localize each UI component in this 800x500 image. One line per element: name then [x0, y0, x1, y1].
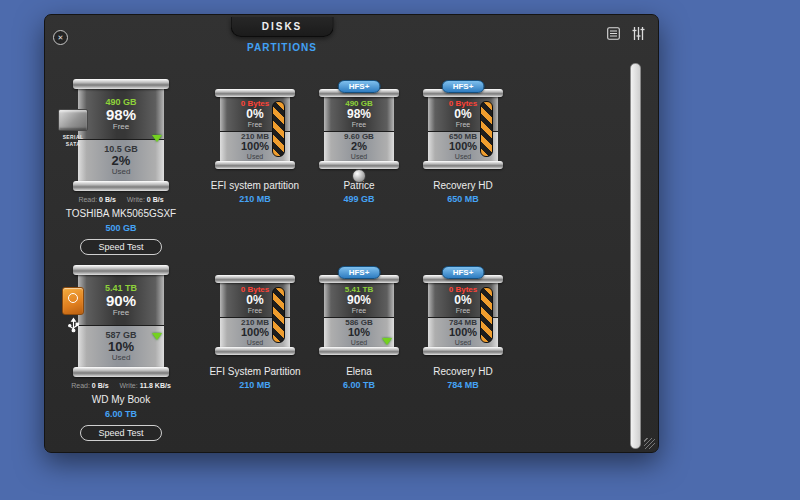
partition-capacity: 6.00 TB	[307, 380, 411, 390]
free-word: Free	[456, 307, 470, 315]
read-value: 0 B/s	[99, 196, 116, 203]
free-word: Free	[248, 307, 262, 315]
barrel-body: 5.41 TB 90% Free 586 GB 10% Used	[324, 283, 394, 347]
free-word: Free	[248, 121, 262, 129]
sata-drive-icon: SERIAL SATA	[55, 109, 91, 148]
free-section: 5.41 TB 90% Free	[78, 275, 164, 325]
used-percent: 100%	[449, 141, 477, 153]
free-word: Free	[113, 123, 129, 132]
used-percent: 100%	[241, 327, 269, 339]
disk-toshiba[interactable]: SERIAL SATA 490 GB 98% Free 10.5 GB 2% U…	[59, 79, 183, 255]
read-label: Read:	[71, 382, 90, 389]
partition-recovery-1[interactable]: HFS+ 0 Bytes 0% Free 650 MB 100% Used Re…	[411, 79, 515, 204]
partition-efi-1[interactable]: 0 Bytes 0% Free 210 MB 100% Used EFI sys…	[203, 79, 307, 204]
used-percent: 10%	[348, 327, 370, 339]
read-label: Read:	[78, 196, 97, 203]
level-indicator-icon	[152, 333, 162, 340]
partition-barrel: HFS+ 0 Bytes 0% Free 650 MB 100% Used	[423, 89, 503, 169]
filesystem-badge: HFS+	[338, 80, 381, 93]
scrollbar[interactable]	[630, 63, 641, 449]
barrel-bottom-rim	[423, 161, 503, 169]
used-section: 9.60 GB 2% Used	[324, 131, 394, 161]
settings-sliders-icon[interactable]	[630, 25, 646, 41]
used-percent: 10%	[108, 340, 134, 354]
used-percent: 2%	[351, 141, 367, 153]
partition-name: EFI System Partition	[203, 366, 307, 377]
partition-capacity: 650 MB	[411, 194, 515, 204]
partition-name: Recovery HD	[411, 180, 515, 191]
level-indicator-icon	[382, 338, 392, 345]
filesystem-badge: HFS+	[338, 266, 381, 279]
used-section: 587 GB 10% Used	[78, 325, 164, 367]
disk-name: TOSHIBA MK5065GSXF	[59, 208, 183, 219]
barrel-bottom-rim	[215, 161, 295, 169]
level-indicator-icon	[152, 135, 162, 142]
partition-barrel: HFS+ 490 GB 98% Free 9.60 GB 2% Used	[319, 89, 399, 169]
free-percent: 90%	[106, 293, 136, 309]
disk-name: WD My Book	[59, 394, 183, 405]
report-icon[interactable]	[605, 25, 621, 41]
speed-test-button[interactable]: Speed Test	[80, 239, 163, 255]
disk-barrel: 5.41 TB 90% Free 587 GB 10% Used	[73, 265, 169, 377]
barrel-bottom-rim	[73, 181, 169, 191]
eject-button[interactable]	[352, 169, 366, 183]
close-icon: ✕	[58, 34, 64, 41]
free-word: Free	[352, 121, 366, 129]
partition-name: Recovery HD	[411, 366, 515, 377]
tab-disks[interactable]: DISKS	[231, 17, 334, 37]
disk-wd-my-book[interactable]: 5.41 TB 90% Free 587 GB 10% Used Read: 0…	[59, 265, 183, 441]
free-word: Free	[352, 307, 366, 315]
partition-name: EFI system partition	[203, 180, 307, 191]
used-percent: 100%	[449, 327, 477, 339]
partition-name: Elena	[307, 366, 411, 377]
barrel-body: 5.41 TB 90% Free 587 GB 10% Used	[78, 275, 164, 367]
free-word: Free	[456, 121, 470, 129]
barrel-bottom-rim	[73, 367, 169, 377]
used-word: Used	[351, 339, 367, 347]
close-button[interactable]: ✕	[53, 30, 68, 45]
app-window: ✕ DISKS PARTITIONS SERIAL SATA 490 GB 98…	[44, 14, 659, 453]
resize-handle[interactable]	[644, 438, 655, 449]
hdd-icon	[58, 109, 88, 131]
speed-test-button[interactable]: Speed Test	[80, 425, 163, 441]
barrel-top-rim	[73, 79, 169, 89]
used-word: Used	[247, 153, 263, 161]
disk-capacity: 6.00 TB	[59, 409, 183, 419]
barrel-bottom-rim	[423, 347, 503, 355]
toolbar	[605, 25, 646, 41]
used-word: Used	[112, 168, 131, 177]
used-percent: 100%	[241, 141, 269, 153]
write-label: Write:	[127, 196, 145, 203]
usb-drive-icon	[58, 287, 88, 337]
barrel-body: 0 Bytes 0% Free 210 MB 100% Used	[220, 283, 290, 347]
free-percent: 90%	[347, 294, 371, 307]
warning-stripe-icon	[272, 287, 285, 343]
partitions-label[interactable]: PARTITIONS	[247, 42, 317, 53]
external-drive-icon	[62, 287, 84, 315]
used-word: Used	[351, 153, 367, 161]
partition-capacity: 784 MB	[411, 380, 515, 390]
partition-recovery-2[interactable]: HFS+ 0 Bytes 0% Free 784 MB 100% Used Re…	[411, 265, 515, 390]
disk-capacity: 500 GB	[59, 223, 183, 233]
used-percent: 2%	[112, 154, 131, 168]
write-value: 11.8 KB/s	[140, 382, 171, 389]
used-word: Used	[455, 153, 471, 161]
partition-capacity: 499 GB	[307, 194, 411, 204]
partition-elena[interactable]: HFS+ 5.41 TB 90% Free 586 GB 10% Used El…	[307, 265, 411, 390]
partition-efi-2[interactable]: 0 Bytes 0% Free 210 MB 100% Used EFI Sys…	[203, 265, 307, 390]
partition-barrel: 0 Bytes 0% Free 210 MB 100% Used	[215, 89, 295, 169]
used-word: Used	[455, 339, 471, 347]
write-label: Write:	[120, 382, 138, 389]
free-section: 5.41 TB 90% Free	[324, 283, 394, 317]
free-percent: 98%	[347, 108, 371, 121]
disk-barrel: SERIAL SATA 490 GB 98% Free 10.5 GB 2% U…	[73, 79, 169, 191]
partition-barrel: HFS+ 0 Bytes 0% Free 784 MB 100% Used	[423, 275, 503, 355]
used-word: Used	[112, 354, 131, 363]
partition-patrice[interactable]: HFS+ 490 GB 98% Free 9.60 GB 2% Used Pat…	[307, 79, 411, 204]
warning-stripe-icon	[272, 101, 285, 157]
read-value: 0 B/s	[92, 382, 109, 389]
barrel-bottom-rim	[319, 161, 399, 169]
warning-stripe-icon	[480, 101, 493, 157]
free-percent: 0%	[454, 294, 471, 307]
barrel-top-rim	[215, 89, 295, 97]
